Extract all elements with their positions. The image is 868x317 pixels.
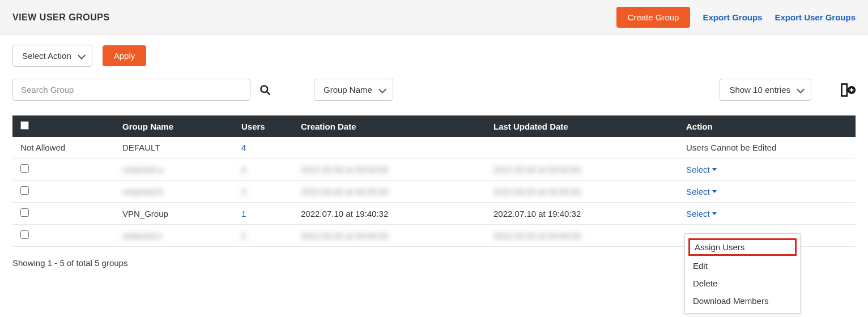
table-row: Not AllowedDEFAULT4Users Cannot be Edite… [12, 137, 856, 158]
group-name-cell: VPN_Group [114, 203, 233, 225]
users-count-cell: 0 [233, 225, 293, 247]
users-count-cell: 1 [233, 203, 293, 225]
group-name-cell: redacted-c [114, 225, 233, 247]
row-action-label: Select [686, 187, 710, 196]
table-row: redacted-a02022.00.00 at 00:00:002022.00… [12, 158, 856, 181]
row-checkbox-cell [12, 225, 114, 247]
action-cell: Select [678, 181, 856, 203]
row-action-select[interactable]: Select [686, 165, 717, 174]
svg-rect-2 [842, 84, 847, 96]
creation-date-cell: 2022.07.10 at 19:40:32 [293, 203, 486, 225]
creation-date-cell: 2022.00.00 at 00:00:00 [293, 225, 486, 247]
column-add-icon[interactable] [840, 82, 856, 98]
action-cell: Select [678, 158, 856, 181]
caret-down-icon [712, 190, 717, 193]
create-group-button[interactable]: Create Group [616, 7, 691, 28]
menu-edit[interactable]: Edit [685, 257, 800, 275]
group-name-filter[interactable]: Group Name [314, 79, 393, 101]
users-count-cell: 4 [233, 137, 293, 158]
creation-date-cell: 2022.00.00 at 00:00:00 [293, 158, 486, 181]
select-action-dropdown[interactable]: Select Action [12, 45, 92, 67]
action-cell: Select [678, 203, 856, 225]
header-checkbox-cell [12, 115, 114, 137]
updated-date-cell [486, 137, 678, 158]
entries-select[interactable]: Show 10 entries [720, 79, 811, 101]
menu-assign-users[interactable]: Assign Users [688, 238, 797, 256]
row-checkbox-cell [12, 203, 114, 225]
filter-row: Group Name Show 10 entries [12, 79, 856, 101]
header-creation-date: Creation Date [293, 115, 486, 137]
groups-table: Group Name Users Creation Date Last Upda… [12, 115, 856, 247]
entries-select-wrap[interactable]: Show 10 entries [720, 85, 811, 95]
table-row: redacted-b02022.00.00 at 00:00:002022.00… [12, 181, 856, 203]
users-count-cell: 0 [233, 181, 293, 203]
action-cell: Users Cannot be Edited [678, 137, 856, 158]
action-dropdown-menu: Assign Users Edit Delete Download Member… [684, 233, 801, 278]
users-link[interactable]: 0 [241, 231, 246, 241]
row-checkbox[interactable] [20, 164, 29, 173]
header-bar: VIEW USER GROUPS Create Group Export Gro… [0, 0, 868, 35]
group-name-cell: redacted-b [114, 181, 233, 203]
row-action-select[interactable]: Select [686, 209, 717, 219]
svg-point-0 [261, 85, 268, 92]
row-action-label: Select [686, 165, 710, 174]
search-icon[interactable] [259, 84, 271, 96]
creation-date-cell [293, 137, 486, 158]
apply-button[interactable]: Apply [103, 45, 147, 66]
row-action-select[interactable]: Select [686, 187, 717, 196]
header-group-name: Group Name [114, 115, 233, 137]
caret-down-icon [712, 212, 717, 215]
row-checkbox[interactable] [20, 186, 29, 195]
group-name-cell: redacted-a [114, 158, 233, 181]
updated-date-cell: 2022.00.00 at 00:00:00 [486, 181, 678, 203]
users-count-cell: 0 [233, 158, 293, 181]
select-all-checkbox[interactable] [20, 121, 29, 130]
row-checkbox-cell: Not Allowed [12, 137, 114, 158]
table-header-row: Group Name Users Creation Date Last Upda… [12, 115, 856, 137]
users-link[interactable]: 4 [241, 143, 246, 152]
menu-delete[interactable]: Delete [685, 275, 800, 278]
row-checkbox-cell [12, 158, 114, 181]
header-updated-date: Last Updated Date [486, 115, 678, 137]
row-action-label: Select [686, 209, 710, 219]
group-name-cell: DEFAULT [114, 137, 233, 158]
export-groups-link[interactable]: Export Groups [703, 12, 762, 22]
page-title: VIEW USER GROUPS [12, 12, 110, 23]
updated-date-cell: 2022.00.00 at 00:00:00 [486, 225, 678, 247]
bulk-action-row: Select Action Apply [12, 45, 856, 66]
header-actions: Create Group Export Groups Export User G… [616, 7, 856, 28]
export-user-groups-link[interactable]: Export User Groups [775, 12, 856, 22]
users-link[interactable]: 1 [241, 209, 246, 219]
table-row: VPN_Group12022.07.10 at 19:40:322022.07.… [12, 203, 856, 225]
row-checkbox[interactable] [20, 230, 29, 239]
users-link[interactable]: 0 [241, 165, 246, 174]
group-name-filter-wrap[interactable]: Group Name [314, 85, 393, 95]
svg-line-1 [267, 91, 270, 95]
row-checkbox[interactable] [20, 208, 29, 217]
users-link[interactable]: 0 [241, 187, 246, 196]
select-action-wrap[interactable]: Select Action [12, 51, 92, 61]
row-checkbox-cell [12, 181, 114, 203]
updated-date-cell: 2022.00.00 at 00:00:00 [486, 158, 678, 181]
search-wrap [12, 79, 271, 101]
not-allowed-label: Not Allowed [20, 143, 65, 152]
search-input[interactable] [12, 79, 250, 101]
header-users: Users [233, 115, 293, 137]
caret-down-icon [712, 168, 717, 171]
action-static-text: Users Cannot be Edited [686, 143, 776, 152]
updated-date-cell: 2022.07.10 at 19:40:32 [486, 203, 678, 225]
header-action: Action [678, 115, 856, 137]
creation-date-cell: 2022.00.00 at 00:00:00 [293, 181, 486, 203]
